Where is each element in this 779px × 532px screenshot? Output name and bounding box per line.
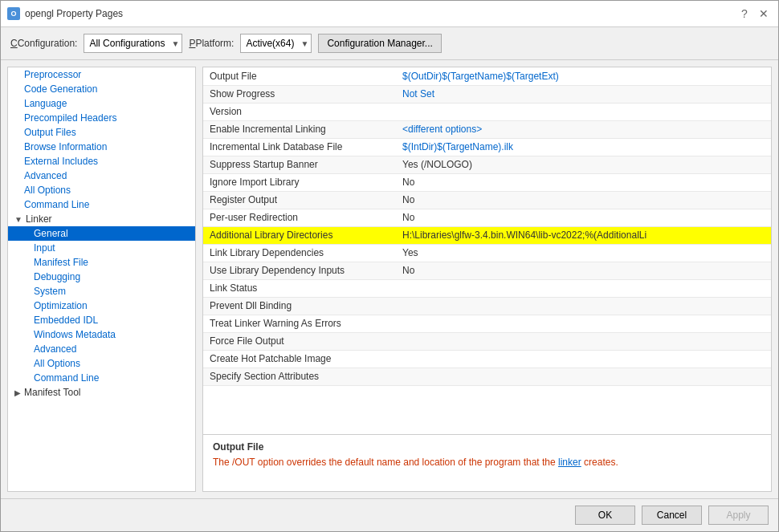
property-name: Register Output	[203, 191, 396, 209]
sidebar-item-manifest-file[interactable]: Manifest File	[8, 255, 195, 270]
table-row[interactable]: Suppress Startup BannerYes (/NOLOGO)	[203, 156, 771, 173]
table-row[interactable]: Enable Incremental Linking<different opt…	[203, 120, 771, 138]
table-row[interactable]: Show ProgressNot Set	[203, 85, 771, 103]
property-name: Output File	[203, 67, 396, 85]
sidebar-item-preprocessor[interactable]: Preprocessor	[8, 67, 195, 82]
property-value	[396, 332, 771, 350]
table-row[interactable]: Ignore Import LibraryNo	[203, 173, 771, 191]
description-panel: Output File The /OUT option overrides th…	[203, 435, 771, 491]
sidebar-item-all-options-cl[interactable]: All Options	[8, 183, 195, 197]
sidebar-item-general-linker[interactable]: General	[8, 226, 195, 241]
property-value: Yes (/NOLOGO)	[396, 156, 771, 173]
sidebar-item-debugging-linker[interactable]: Debugging	[8, 270, 195, 284]
sidebar-item-code-generation[interactable]: Code Generation	[8, 82, 195, 96]
property-name: Use Library Dependency Inputs	[203, 262, 396, 279]
property-value	[396, 297, 771, 315]
platform-label: PPlatform:	[189, 38, 234, 49]
sidebar-item-system-linker[interactable]: System	[8, 284, 195, 298]
table-row[interactable]: Per-user RedirectionNo	[203, 209, 771, 226]
sidebar: Preprocessor Code Generation Language Pr…	[7, 67, 196, 492]
main-content: Preprocessor Code Generation Language Pr…	[1, 60, 778, 498]
description-title: Output File	[213, 441, 761, 453]
property-value: Not Set	[396, 85, 771, 103]
config-select[interactable]: All Configurations	[84, 34, 182, 53]
sidebar-item-all-options-linker[interactable]: All Options	[8, 356, 195, 371]
table-row[interactable]: Treat Linker Warning As Errors	[203, 315, 771, 332]
sidebar-item-language[interactable]: Language	[8, 96, 195, 111]
sidebar-item-advanced-cl[interactable]: Advanced	[8, 169, 195, 183]
table-row[interactable]: Incremental Link Database File$(IntDir)$…	[203, 138, 771, 156]
sidebar-item-external-includes[interactable]: External Includes	[8, 154, 195, 169]
property-value	[396, 279, 771, 297]
config-bar: CConfiguration: All Configurations ▼ PPl…	[1, 27, 778, 60]
sidebar-item-windows-metadata[interactable]: Windows Metadata	[8, 327, 195, 342]
property-value: No	[396, 191, 771, 209]
property-name: Version	[203, 103, 396, 120]
property-value: $(OutDir)$(TargetName)$(TargetExt)	[396, 67, 771, 85]
property-name: Additional Library Directories	[203, 226, 396, 244]
title-bar: O opengl Property Pages ? ✕	[1, 1, 778, 27]
sidebar-item-precompiled-headers[interactable]: Precompiled Headers	[8, 111, 195, 125]
platform-select[interactable]: Active(x64)	[240, 34, 312, 53]
table-row[interactable]: Prevent Dll Binding	[203, 297, 771, 315]
property-value: <different options>	[396, 120, 771, 138]
property-name: Prevent Dll Binding	[203, 297, 396, 315]
properties-panel: Output File$(OutDir)$(TargetName)$(Targe…	[202, 67, 772, 492]
property-name: Specify Section Attributes	[203, 368, 396, 385]
table-row[interactable]: Use Library Dependency InputsNo	[203, 262, 771, 279]
sidebar-item-input-linker[interactable]: Input	[8, 241, 195, 255]
property-value: No	[396, 209, 771, 226]
close-button[interactable]: ✕	[756, 6, 772, 22]
property-pages-window: O opengl Property Pages ? ✕ CConfigurati…	[0, 0, 779, 532]
table-row[interactable]: Version	[203, 103, 771, 120]
sidebar-item-advanced-linker[interactable]: Advanced	[8, 342, 195, 356]
property-value: No	[396, 262, 771, 279]
table-row[interactable]: Specify Section Attributes	[203, 368, 771, 385]
table-row[interactable]: Link Library DependenciesYes	[203, 244, 771, 262]
property-value: No	[396, 173, 771, 191]
platform-select-wrapper[interactable]: Active(x64) ▼	[240, 34, 312, 53]
property-value	[396, 350, 771, 368]
manifest-tool-expand-arrow: ▶	[14, 388, 21, 397]
sidebar-item-optimization-linker[interactable]: Optimization	[8, 298, 195, 313]
cancel-button[interactable]: Cancel	[642, 506, 702, 525]
property-name: Suppress Startup Banner	[203, 156, 396, 173]
table-row[interactable]: Link Status	[203, 279, 771, 297]
sidebar-item-linker-header[interactable]: ▼ Linker	[8, 212, 195, 226]
sidebar-item-command-line-cl[interactable]: Command Line	[8, 197, 195, 212]
table-row[interactable]: Register OutputNo	[203, 191, 771, 209]
property-name: Treat Linker Warning As Errors	[203, 315, 396, 332]
property-name: Show Progress	[203, 85, 396, 103]
config-label: CConfiguration:	[10, 38, 77, 49]
property-value: Yes	[396, 244, 771, 262]
property-value	[396, 368, 771, 385]
description-text: The /OUT option overrides the default na…	[213, 456, 761, 469]
table-row[interactable]: Additional Library DirectoriesH:\Librari…	[203, 226, 771, 244]
table-row[interactable]: Force File Output	[203, 332, 771, 350]
property-name: Force File Output	[203, 332, 396, 350]
config-manager-button[interactable]: Configuration Manager...	[318, 34, 441, 53]
property-value: $(IntDir)$(TargetName).ilk	[396, 138, 771, 156]
sidebar-item-output-files[interactable]: Output Files	[8, 125, 195, 140]
window-title: opengl Property Pages	[25, 8, 123, 19]
sidebar-item-embedded-idl[interactable]: Embedded IDL	[8, 313, 195, 327]
table-row[interactable]: Output File$(OutDir)$(TargetName)$(Targe…	[203, 67, 771, 85]
sidebar-item-manifest-tool-header[interactable]: ▶ Manifest Tool	[8, 385, 195, 400]
title-bar-left: O opengl Property Pages	[7, 7, 123, 20]
property-name: Incremental Link Database File	[203, 138, 396, 156]
apply-button[interactable]: Apply	[708, 506, 769, 525]
property-name: Per-user Redirection	[203, 209, 396, 226]
property-name: Enable Incremental Linking	[203, 120, 396, 138]
sidebar-item-browse-information[interactable]: Browse Information	[8, 140, 195, 154]
properties-grid: Output File$(OutDir)$(TargetName)$(Targe…	[203, 67, 771, 386]
property-name: Link Status	[203, 279, 396, 297]
table-row[interactable]: Create Hot Patchable Image	[203, 350, 771, 368]
property-value: H:\Libraries\glfw-3.4.bin.WIN64\lib-vc20…	[396, 226, 771, 244]
window-icon: O	[7, 7, 20, 20]
sidebar-item-command-line-linker[interactable]: Command Line	[8, 371, 195, 385]
property-name: Ignore Import Library	[203, 173, 396, 191]
config-select-wrapper[interactable]: All Configurations ▼	[84, 34, 182, 53]
property-name: Link Library Dependencies	[203, 244, 396, 262]
ok-button[interactable]: OK	[575, 506, 635, 525]
help-button[interactable]: ?	[736, 6, 752, 22]
